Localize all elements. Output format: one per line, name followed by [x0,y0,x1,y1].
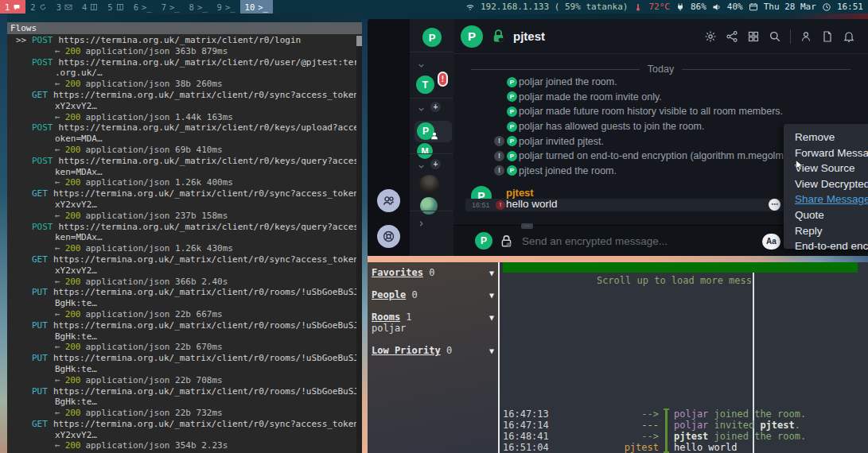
workspace-2[interactable]: 2 [25,0,51,14]
flow-row[interactable]: GEThttps://termina.org.uk/_matrix/client… [7,188,356,221]
directory-button[interactable] [377,189,400,212]
notifications-bell-icon[interactable] [843,30,855,43]
formatting-button[interactable]: Aa [762,234,780,250]
section-favorites[interactable]: Favorites 0 ▼ [372,267,494,278]
workspace-9[interactable]: 9 >_ [212,0,240,14]
chevron-down-icon[interactable] [417,160,426,174]
workspace-6[interactable]: 6 >_ [129,0,157,14]
menu-item-reply[interactable]: Reply [795,223,868,239]
room-avatar-m[interactable]: M [417,143,433,159]
files-icon[interactable] [821,30,834,43]
wifi-icon [465,2,475,12]
add-room-button[interactable]: + [430,159,441,169]
flow-row[interactable]: GEThttps://termina.org.uk/_matrix/client… [7,419,356,451]
room-list-sidebar: Favorites 0 ▼ People 0 ▼ Rooms 1 ▼ polja… [368,262,498,453]
message-sender: pjtest [506,187,534,199]
mouse-cursor [795,160,805,170]
wallpaper-strip [362,14,868,19]
room-avatar[interactable]: P [461,25,483,48]
terminal-icon: >_ [225,2,235,12]
flow-row[interactable]: PUThttps://termina.org.uk/_matrix/client… [7,386,356,419]
workspace-5[interactable]: 5 [103,0,128,14]
timeline-event: P poljar made future room history visibl… [453,104,868,119]
room-avatar-t[interactable]: T [416,76,434,94]
menu-item-view-decrypted[interactable]: View Decrypted S [795,176,868,192]
section-low-priority[interactable]: Low Priority 0 ▼ [372,345,494,356]
scrollbar-thumb[interactable] [356,36,362,46]
day-divider: Today [453,64,868,75]
flow-row[interactable]: >>POSThttps://termina.org.uk/_matrix/cli… [7,35,356,57]
flow-row[interactable]: GEThttps://termina.org.uk/_matrix/client… [7,90,356,122]
flow-row[interactable]: GEThttps://termina.org.uk/_matrix/client… [7,254,356,287]
room-avatar-image[interactable] [419,175,439,195]
workspace-8[interactable]: 8 >_ [185,0,212,14]
chevron-down-icon[interactable] [417,103,426,117]
mitmproxy-panel: Flows >>POSThttps://termina.org.uk/_matr… [7,22,362,453]
section-rooms[interactable]: Rooms 1 ▼ [372,312,494,323]
mail-icon [64,3,72,11]
status-code: 200 [65,46,81,56]
menu-item-view-source[interactable]: View Source [795,161,868,176]
flow-row[interactable]: PUThttps://termina.org.uk/_matrix/client… [7,320,356,353]
temperature: 72°C [648,2,670,12]
room-avatar-image[interactable] [420,197,438,215]
book-icon [90,3,98,11]
pane-divider[interactable] [498,262,500,453]
flow-row[interactable]: POSThttps://termina.org.uk/_matrix/clien… [7,222,356,254]
settings-button[interactable] [377,225,400,248]
menu-item-share[interactable]: Share Message [795,192,868,207]
chat-line: 16:48:41 --> pjtest joined the room. [503,431,868,442]
terminal-matrix-client: Favorites 0 ▼ People 0 ▼ Rooms 1 ▼ polja… [368,262,868,453]
battery-level: 86% [691,2,706,12]
flow-row[interactable]: PUThttps://termina.org.uk/_matrix/client… [7,353,356,385]
widgets-grid-icon[interactable] [747,30,760,43]
collapse-arrow-icon[interactable]: ▼ [489,268,494,279]
chevron-right-icon[interactable] [417,217,426,231]
menu-item-e2e[interactable]: End-to-end encry [795,238,868,254]
section-people[interactable]: People 0 ▼ [372,289,494,300]
flow-row[interactable]: PUThttps://termina.org.uk/_matrix/client… [7,287,356,319]
add-room-button[interactable]: + [430,102,441,112]
gutter-bar [665,442,668,453]
chat-line: 16:47:14 --- poljar invited pjtest. [503,420,868,431]
flow-url-cont: .org.uk/… [7,68,356,79]
warning-icon: ! [494,136,504,146]
response-meta: application/json 363b 879ms [86,46,228,56]
search-icon[interactable] [769,30,781,43]
workspace-7[interactable]: 7 >_ [157,0,185,14]
menu-item-remove[interactable]: Remove [795,130,868,145]
flow-list[interactable]: >>POSThttps://termina.org.uk/_matrix/cli… [7,35,356,453]
flow-row[interactable]: POSThttps://termina.org.uk/_matrix/clien… [7,156,356,188]
thermometer-icon [633,2,643,12]
scrollbar[interactable] [356,35,362,453]
network-status: 192.168.1.133 ( 59% tatanka) [481,2,628,12]
menu-item-forward[interactable]: Forward Message [795,145,868,161]
timeline-event: P poljar joined the room. [453,75,868,90]
message-options-button[interactable]: ⋯ [769,199,780,211]
workspace-3[interactable]: 3 [52,0,77,14]
flow-url: https://termina.org.uk/_matrix/client/r0… [59,35,302,45]
settings-gear-icon[interactable] [704,30,717,43]
workspace-1[interactable]: 1 [0,0,25,14]
chat-log: 16:47:13 --> poljar joined the room. 16:… [503,408,868,453]
message-text: hello world [506,198,558,210]
chevron-down-icon[interactable] [417,59,426,73]
workspace-10[interactable]: 10 >_ [240,0,273,14]
share-icon[interactable] [726,30,738,43]
progress-bar [503,262,858,273]
status-bar: 1 2 3 4 5 6 >_ 7 >_ 8 >_ [0,0,868,14]
flow-row[interactable]: POSThttps://termina.org.uk/_matrix/clien… [7,57,356,90]
account-avatar[interactable]: P [422,28,442,47]
warning-icon: ! [494,151,504,161]
menu-item-quote[interactable]: Quote [795,207,868,223]
members-icon[interactable] [800,30,812,43]
message-row[interactable]: 16:51 ! hello world ⋯ [465,199,784,211]
flow-row[interactable]: POSThttps://termina.org.uk/_matrix/clien… [7,122,356,155]
terminal-icon: >_ [142,2,152,12]
workspace-4[interactable]: 4 [77,0,103,14]
selection-marker: >> [16,35,26,46]
workspace-number: 1 [5,2,10,12]
room-list-item[interactable]: poljar [372,323,406,334]
message-input[interactable]: Send an encrypted message... [522,235,668,247]
member-overlay-icon [430,131,439,141]
